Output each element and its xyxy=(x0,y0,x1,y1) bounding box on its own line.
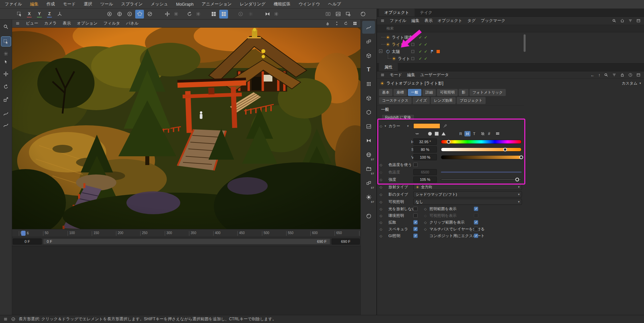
tab-caustics[interactable]: コースティクス xyxy=(379,97,412,104)
enabled-check-icon[interactable]: ✓ xyxy=(419,49,422,54)
tree-scrollbar[interactable] xyxy=(524,34,526,52)
vp-menu-display[interactable]: 表示 xyxy=(63,21,71,26)
tool-options-gear-icon[interactable] xyxy=(3,50,9,57)
spline-pen-tool-button[interactable] xyxy=(1,109,11,118)
parent-up-icon[interactable]: ↑ xyxy=(598,73,600,77)
rectangle-selection-tool-button[interactable] xyxy=(1,37,11,46)
vp-menu-panel[interactable]: パネル xyxy=(126,21,139,26)
search-icon[interactable] xyxy=(604,73,608,77)
tab-visibility[interactable]: 可視照明 xyxy=(437,89,458,96)
expand-toggle-icon[interactable]: − xyxy=(379,50,382,53)
intensity-field[interactable]: 105 % xyxy=(413,176,437,183)
tab-attributes[interactable]: 属性 xyxy=(379,63,398,71)
no-illumination-checkbox[interactable] xyxy=(413,207,418,211)
object-name[interactable]: ライト xyxy=(398,56,410,61)
enabled-check-icon[interactable]: ✓ xyxy=(419,42,422,47)
keyframe-diamond-icon[interactable]: ◇ xyxy=(380,234,382,238)
xray-button[interactable] xyxy=(246,10,255,19)
lock-icon[interactable] xyxy=(620,73,624,77)
om-menu-edit[interactable]: 編集 xyxy=(411,18,419,24)
compositing-flag-icon[interactable] xyxy=(430,49,434,54)
viewport-zoom-tool-button[interactable] xyxy=(1,22,11,31)
coordinate-system-button[interactable] xyxy=(55,10,64,19)
keyframe-diamond-icon[interactable]: ◇ xyxy=(380,178,382,182)
menu-mograph[interactable]: MoGraph xyxy=(176,2,194,7)
hue-value-field[interactable]: 32.95 ° xyxy=(413,138,437,145)
subdivision-surface-icon[interactable] xyxy=(362,106,375,119)
om-menu-bookmarks[interactable]: ブックマーク xyxy=(481,18,505,24)
shading-sphere-button[interactable] xyxy=(358,10,367,19)
tab-basic[interactable]: 基本 xyxy=(379,89,392,96)
material-ball-icon[interactable] xyxy=(362,209,375,222)
keyframe-diamond-icon[interactable]: ◇ xyxy=(380,221,382,224)
layer-toggle[interactable] xyxy=(411,50,414,53)
rotate-tool-options-button[interactable] xyxy=(195,10,201,19)
color-square-mode-icon[interactable] xyxy=(435,132,439,136)
convert-to-redshift-button[interactable]: Redshift に変換 xyxy=(381,114,415,120)
collapse-chevrons-icon[interactable] xyxy=(415,132,420,136)
filter-icon[interactable] xyxy=(612,73,616,77)
spline-pen-icon[interactable] xyxy=(362,21,375,34)
viewport-menu-icon[interactable] xyxy=(15,21,20,26)
keyframe-diamond-icon[interactable]: ◇ xyxy=(424,207,427,211)
section-general[interactable]: 一般 xyxy=(377,105,524,114)
stage-st-icon[interactable]: ST xyxy=(362,162,375,175)
menu-edit[interactable]: 編集 xyxy=(30,1,38,7)
color-mode-chevron-icon[interactable]: ▼ xyxy=(407,125,409,128)
menu-select[interactable]: 選択 xyxy=(84,1,92,7)
viewport-solo-button[interactable] xyxy=(236,10,245,19)
tab-details[interactable]: 詳細 xyxy=(422,89,436,96)
intensity-slider-knob[interactable] xyxy=(516,178,519,182)
gi-checkbox[interactable] xyxy=(413,234,418,238)
edge-mode-button[interactable] xyxy=(145,10,154,19)
text-object-icon[interactable]: T xyxy=(362,63,375,76)
separate-pass-checkbox[interactable] xyxy=(474,227,478,231)
vp-menu-view[interactable]: ビュー xyxy=(26,21,38,26)
home-icon[interactable] xyxy=(620,19,624,23)
saturation-value-field[interactable]: 80 % xyxy=(413,146,437,153)
value-value-field[interactable]: 100 % xyxy=(413,154,437,160)
om-menu-file[interactable]: ファイル xyxy=(390,18,406,24)
value-slider[interactable] xyxy=(441,155,522,159)
diffuse-checkbox[interactable] xyxy=(413,220,418,225)
object-name[interactable]: 太陽 xyxy=(392,49,400,54)
enabled-check-icon[interactable]: ✓ xyxy=(424,49,427,54)
menu-render[interactable]: レンダリング xyxy=(240,1,266,7)
end-frame-field[interactable]: 690 F xyxy=(332,238,360,245)
mode-t-button[interactable]: T xyxy=(471,131,477,136)
tree-row-light-shadow[interactable]: ライト影 ✓ ✓ xyxy=(377,41,644,48)
light-st-icon[interactable]: ST xyxy=(362,191,375,203)
viewport-scene[interactable] xyxy=(12,28,361,229)
environment-st-icon[interactable]: ST xyxy=(362,148,375,161)
history-back-icon[interactable]: ← xyxy=(591,73,595,77)
am-menu-userdata[interactable]: ユーザーデータ xyxy=(420,72,449,78)
render-settings-button[interactable] xyxy=(344,10,352,19)
rectangle-spline-icon[interactable] xyxy=(362,35,375,48)
panel-icon[interactable] xyxy=(636,73,641,77)
am-menu-mode[interactable]: モード xyxy=(390,72,402,78)
dolly-icon[interactable] xyxy=(335,21,339,26)
tab-objects[interactable]: オブジェクト xyxy=(379,8,415,17)
om-menu-view[interactable]: 表示 xyxy=(424,18,432,24)
intensity-slider[interactable] xyxy=(441,179,522,180)
symmetry-options-button[interactable] xyxy=(273,10,279,19)
render-to-picture-viewer-button[interactable] xyxy=(334,10,342,19)
om-menu-icon[interactable] xyxy=(380,19,385,23)
saturation-slider-knob[interactable] xyxy=(503,148,507,151)
scale-tool-palette-button[interactable] xyxy=(1,95,11,104)
am-menu-edit[interactable]: 編集 xyxy=(407,72,415,78)
tab-takes[interactable]: テイク xyxy=(415,8,438,17)
tree-row-light-env[interactable]: ライト環境 ✓ ✓ xyxy=(377,34,644,41)
layer-toggle[interactable] xyxy=(411,43,414,46)
ambient-checkbox[interactable] xyxy=(413,214,418,218)
enabled-check-icon[interactable]: ✓ xyxy=(424,56,427,61)
pan-hand-icon[interactable] xyxy=(326,21,330,26)
point-mode-button[interactable] xyxy=(125,10,134,19)
keyframe-diamond-icon[interactable]: ◇ xyxy=(424,221,427,224)
keyframe-diamond-icon[interactable]: ◇ xyxy=(424,227,427,231)
layer-toggle[interactable] xyxy=(411,36,414,39)
keyframe-diamond-icon[interactable]: ◇ xyxy=(380,214,382,218)
keyframe-diamond-icon[interactable]: ◇ xyxy=(380,124,382,128)
eyedropper-icon[interactable] xyxy=(443,124,447,128)
layer-toggle[interactable] xyxy=(411,57,414,60)
